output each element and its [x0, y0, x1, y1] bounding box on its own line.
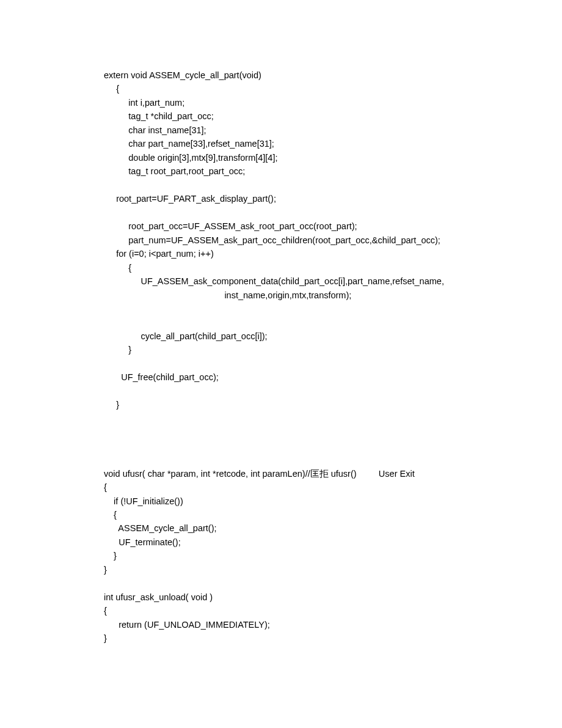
document-page: extern void ASSEM_cycle_all_part(void) {…: [0, 0, 562, 728]
code-block: extern void ASSEM_cycle_all_part(void) {…: [104, 68, 562, 645]
